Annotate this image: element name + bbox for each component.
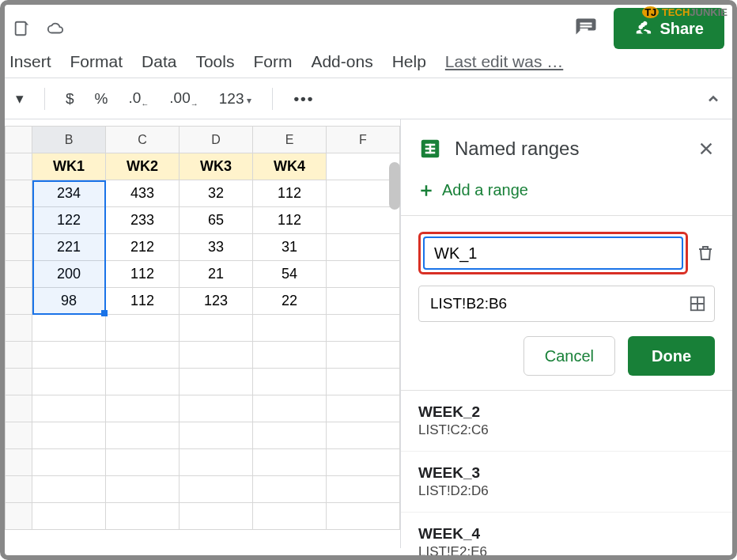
cell[interactable]: 33 xyxy=(180,234,253,261)
cell[interactable]: 112 xyxy=(106,261,180,288)
cell[interactable] xyxy=(253,503,327,530)
menu-data[interactable]: Data xyxy=(142,52,176,71)
cell[interactable]: 234 xyxy=(32,180,106,207)
header-cell[interactable]: WK3 xyxy=(180,153,253,180)
cell[interactable] xyxy=(180,315,253,342)
cell[interactable] xyxy=(327,503,400,530)
cell[interactable]: 122 xyxy=(32,207,106,234)
col-header[interactable]: B xyxy=(32,127,106,153)
decrease-decimal[interactable]: .0← xyxy=(128,89,149,108)
cell[interactable] xyxy=(327,342,400,369)
col-header[interactable]: D xyxy=(180,127,253,153)
cell[interactable]: 112 xyxy=(106,288,180,315)
cell[interactable] xyxy=(32,395,106,422)
cell[interactable] xyxy=(327,369,400,395)
named-range-item[interactable]: WEEK_3 LIST!D2:D6 xyxy=(401,452,732,513)
cell[interactable]: 221 xyxy=(32,234,106,261)
cell[interactable] xyxy=(253,449,327,476)
delete-icon[interactable] xyxy=(696,244,715,263)
col-header[interactable]: F xyxy=(327,127,400,153)
cell[interactable] xyxy=(327,207,400,234)
cell[interactable] xyxy=(253,315,327,342)
cell[interactable]: 200 xyxy=(32,261,106,288)
cell[interactable] xyxy=(327,449,400,476)
cell[interactable] xyxy=(327,422,400,449)
cell[interactable] xyxy=(327,234,400,261)
add-range-button[interactable]: Add a range xyxy=(401,175,732,216)
toolbar-more-dropdown[interactable]: ▾ xyxy=(16,89,24,108)
cell[interactable]: 21 xyxy=(180,261,253,288)
cell[interactable] xyxy=(180,476,253,503)
named-range-item[interactable]: WEEK_2 LIST!C2:C6 xyxy=(401,391,732,452)
close-icon[interactable] xyxy=(697,140,715,157)
cancel-button[interactable]: Cancel xyxy=(523,336,615,376)
cell[interactable] xyxy=(32,449,106,476)
cell[interactable] xyxy=(32,476,106,503)
header-cell[interactable]: WK2 xyxy=(106,153,180,180)
cell[interactable] xyxy=(180,422,253,449)
cell[interactable] xyxy=(106,449,180,476)
format-currency[interactable]: $ xyxy=(66,90,74,108)
menu-addons[interactable]: Add-ons xyxy=(311,52,372,71)
cell[interactable] xyxy=(253,342,327,369)
number-format[interactable]: 123▾ xyxy=(219,90,252,108)
spreadsheet-grid[interactable]: BCDEFWK1WK2WK3WK423443332112122233651122… xyxy=(5,119,400,548)
collapse-toolbar-icon[interactable] xyxy=(705,91,721,107)
cell[interactable] xyxy=(253,476,327,503)
header-cell[interactable]: WK1 xyxy=(32,153,106,180)
format-percent[interactable]: % xyxy=(95,90,108,108)
cell[interactable]: 433 xyxy=(106,180,180,207)
range-name-input[interactable] xyxy=(423,236,683,270)
cell[interactable] xyxy=(180,369,253,395)
cell[interactable]: 212 xyxy=(106,234,180,261)
doc-home-icon[interactable] xyxy=(13,20,30,37)
menu-form[interactable]: Form xyxy=(253,52,292,71)
cell[interactable] xyxy=(180,342,253,369)
cell[interactable] xyxy=(327,476,400,503)
header-cell[interactable]: WK4 xyxy=(253,153,327,180)
comments-icon[interactable] xyxy=(574,17,598,40)
cell[interactable] xyxy=(106,342,180,369)
cell[interactable]: 233 xyxy=(106,207,180,234)
cell[interactable]: 98 xyxy=(32,288,106,315)
cell[interactable] xyxy=(32,503,106,530)
cell[interactable] xyxy=(327,261,400,288)
cell[interactable] xyxy=(106,476,180,503)
cell[interactable]: 54 xyxy=(253,261,327,288)
cell[interactable]: 22 xyxy=(253,288,327,315)
cell[interactable] xyxy=(106,503,180,530)
cell[interactable] xyxy=(32,315,106,342)
menu-help[interactable]: Help xyxy=(392,52,426,71)
cell[interactable] xyxy=(180,449,253,476)
cell[interactable]: 123 xyxy=(180,288,253,315)
cell[interactable] xyxy=(253,369,327,395)
col-header[interactable]: C xyxy=(106,127,180,153)
cloud-icon[interactable] xyxy=(44,20,66,37)
cell[interactable] xyxy=(327,395,400,422)
menu-tools[interactable]: Tools xyxy=(195,52,234,71)
cell[interactable] xyxy=(106,369,180,395)
menu-insert[interactable]: Insert xyxy=(9,52,51,71)
range-ref-input[interactable] xyxy=(419,286,681,321)
cell[interactable] xyxy=(327,288,400,315)
toolbar-overflow[interactable]: ••• xyxy=(293,90,314,108)
select-range-icon[interactable] xyxy=(681,287,714,320)
named-range-item[interactable]: WEEK_4 LIST!E2:E6 xyxy=(401,513,732,560)
cell[interactable] xyxy=(253,395,327,422)
cell[interactable] xyxy=(180,395,253,422)
cell[interactable] xyxy=(327,315,400,342)
menu-format[interactable]: Format xyxy=(70,52,123,71)
cell[interactable] xyxy=(106,422,180,449)
cell[interactable] xyxy=(106,315,180,342)
cell[interactable] xyxy=(180,503,253,530)
cell[interactable] xyxy=(106,395,180,422)
cell[interactable] xyxy=(32,369,106,395)
last-edit-link[interactable]: Last edit was … xyxy=(445,52,563,71)
cell[interactable]: 112 xyxy=(253,180,327,207)
cell[interactable]: 31 xyxy=(253,234,327,261)
cell[interactable]: 112 xyxy=(253,207,327,234)
cell[interactable] xyxy=(253,422,327,449)
increase-decimal[interactable]: .00→ xyxy=(169,89,198,108)
done-button[interactable]: Done xyxy=(628,336,715,376)
vertical-scrollbar[interactable] xyxy=(389,162,400,210)
